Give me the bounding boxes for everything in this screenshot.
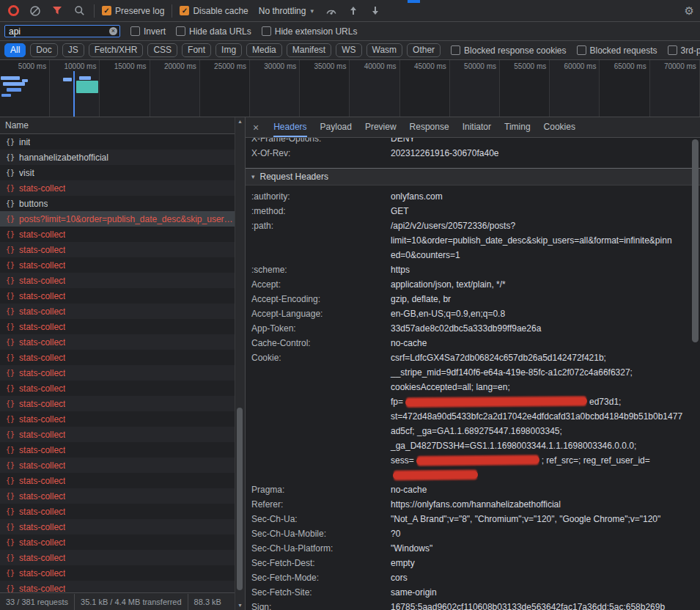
request-row[interactable]: {}stats-collect — [0, 504, 245, 519]
request-row[interactable]: {}stats-collect — [0, 365, 245, 381]
request-row[interactable]: {}stats-collect — [0, 242, 245, 257]
request-row[interactable]: {}stats-collect — [0, 304, 245, 319]
request-row[interactable]: {}buttons — [0, 196, 245, 211]
scrollbar-thumb[interactable] — [692, 139, 699, 342]
request-row[interactable]: {}stats-collect — [0, 273, 245, 288]
type-filter-media[interactable]: Media — [246, 43, 282, 57]
timeline-column: 15000 ms — [100, 60, 150, 117]
blocked-response-cookies-checkbox[interactable]: Blocked response cookies — [451, 45, 566, 56]
request-row[interactable]: {}stats-collect — [0, 534, 245, 550]
type-filter-fetch-xhr[interactable]: Fetch/XHR — [89, 43, 144, 57]
main-split: Name {}init{}hannahelizabethofficial{}vi… — [0, 117, 700, 610]
request-row[interactable]: {}init — [0, 134, 245, 150]
request-row[interactable]: {}posts?limit=10&order=publish_date_desc… — [0, 211, 245, 227]
type-filter-css[interactable]: CSS — [147, 43, 177, 57]
request-list-scrollbar[interactable]: ▲ ▼ — [235, 117, 245, 610]
filter-input[interactable] — [4, 25, 120, 37]
request-headers-section-toggle[interactable]: ▾ Request Headers — [246, 168, 700, 185]
throttling-select[interactable]: No throttling ▾ — [256, 6, 317, 16]
request-name: stats-collect — [19, 276, 65, 286]
third-party-requests-label: 3rd-party requests — [681, 45, 700, 56]
type-filter-wasm[interactable]: Wasm — [366, 43, 403, 57]
hide-data-urls-checkbox[interactable]: Hide data URLs — [176, 26, 251, 37]
request-row[interactable]: {}stats-collect — [0, 381, 245, 396]
request-row[interactable]: {}stats-collect — [0, 350, 245, 365]
request-row[interactable]: {}stats-collect — [0, 180, 245, 196]
script-braces-icon: {} — [6, 430, 15, 438]
request-row[interactable]: {}stats-collect — [0, 473, 245, 488]
type-filter-other[interactable]: Other — [407, 43, 441, 57]
settings-gear-icon[interactable]: ⚙ — [685, 4, 694, 18]
request-row[interactable]: {}visit — [0, 165, 245, 180]
header-row: Sec-Fetch-Mode:cors — [246, 570, 700, 585]
header-row: Accept-Language:en-GB,en-US;q=0.9,en;q=0… — [246, 306, 700, 321]
header-row: X-Of-Rev:202312261916-30670fa40e — [246, 146, 700, 161]
header-name: Sec-Ch-Ua: — [251, 512, 391, 526]
invert-checkbox[interactable]: Invert — [130, 26, 166, 37]
request-row[interactable]: {}hannahelizabethofficial — [0, 150, 245, 165]
request-row[interactable]: {}stats-collect — [0, 334, 245, 350]
request-row[interactable]: {}stats-collect — [0, 319, 245, 334]
request-row[interactable]: {}stats-collect — [0, 427, 245, 442]
third-party-requests-checkbox[interactable]: 3rd-party requests — [668, 45, 700, 56]
scrollbar-thumb[interactable] — [237, 408, 243, 590]
type-filter-doc[interactable]: Doc — [30, 43, 57, 57]
tab-timing[interactable]: Timing — [504, 117, 531, 137]
invert-label: Invert — [144, 26, 166, 37]
request-row[interactable]: {}stats-collect — [0, 581, 245, 592]
request-row[interactable]: {}stats-collect — [0, 411, 245, 427]
request-row[interactable]: {}stats-collect — [0, 442, 245, 457]
status-bar: 33 / 381 requests 35.1 kB / 4.4 MB trans… — [0, 592, 245, 610]
transferred-size: 35.1 kB / 4.4 MB transferred — [75, 594, 188, 610]
request-row[interactable]: {}stats-collect — [0, 257, 245, 273]
tab-headers[interactable]: Headers — [273, 117, 306, 137]
type-filter-js[interactable]: JS — [62, 43, 84, 57]
type-filter-row: AllDocJSFetch/XHRCSSFontImgMediaManifest… — [0, 41, 700, 60]
type-filter-manifest[interactable]: Manifest — [287, 43, 331, 57]
headers-content: X-Frame-Options:DENYX-Of-Rev:20231226191… — [246, 138, 700, 610]
search-button[interactable] — [72, 4, 86, 18]
request-row[interactable]: {}stats-collect — [0, 488, 245, 504]
clear-button[interactable] — [28, 4, 43, 18]
blocked-requests-checkbox[interactable]: Blocked requests — [577, 45, 657, 56]
tab-payload[interactable]: Payload — [320, 117, 352, 137]
close-icon[interactable]: × — [253, 122, 259, 133]
timeline-column: 25000 ms — [200, 60, 250, 117]
tab-cookies[interactable]: Cookies — [544, 117, 575, 137]
request-name: stats-collect — [19, 260, 65, 271]
filter-button[interactable] — [50, 4, 65, 18]
header-name: :scheme: — [251, 262, 391, 277]
type-filter-ws[interactable]: WS — [336, 43, 361, 57]
name-column-header[interactable]: Name — [0, 117, 245, 134]
export-har-button[interactable] — [368, 4, 383, 18]
network-conditions-button[interactable] — [324, 4, 339, 18]
waterfall-bar — [7, 88, 21, 92]
request-row[interactable]: {}stats-collect — [0, 550, 245, 565]
request-row[interactable]: {}stats-collect — [0, 288, 245, 304]
preserve-log-checkbox[interactable]: Preserve log — [102, 6, 164, 16]
request-name: buttons — [19, 199, 48, 209]
checkbox-icon — [130, 26, 140, 36]
request-row[interactable]: {}stats-collect — [0, 396, 245, 411]
request-row[interactable]: {}stats-collect — [0, 565, 245, 581]
timeline-overview[interactable]: 5000 ms10000 ms15000 ms20000 ms25000 ms3… — [0, 60, 700, 117]
clear-filter-icon[interactable]: × — [109, 27, 117, 35]
request-row[interactable]: {}stats-collect — [0, 519, 245, 534]
header-value: en-GB,en-US;q=0.9,en;q=0.8 — [391, 306, 700, 321]
tab-preview[interactable]: Preview — [365, 117, 397, 137]
scroll-up-icon[interactable]: ▲ — [235, 117, 245, 126]
detail-scrollbar[interactable] — [691, 138, 699, 610]
type-filter-img[interactable]: Img — [215, 43, 242, 57]
tab-response[interactable]: Response — [410, 117, 449, 137]
disable-cache-checkbox[interactable]: Disable cache — [180, 6, 248, 16]
header-row: Cache-Control:no-cache — [246, 336, 700, 350]
hide-extension-urls-checkbox[interactable]: Hide extension URLs — [262, 26, 358, 37]
record-button[interactable] — [6, 4, 21, 18]
request-row[interactable]: {}stats-collect — [0, 227, 245, 242]
type-filter-all[interactable]: All — [4, 43, 26, 57]
tab-initiator[interactable]: Initiator — [463, 117, 491, 137]
scroll-down-icon[interactable]: ▼ — [235, 601, 245, 610]
request-row[interactable]: {}stats-collect — [0, 457, 245, 473]
type-filter-font[interactable]: Font — [182, 43, 211, 57]
import-har-button[interactable] — [346, 4, 361, 18]
